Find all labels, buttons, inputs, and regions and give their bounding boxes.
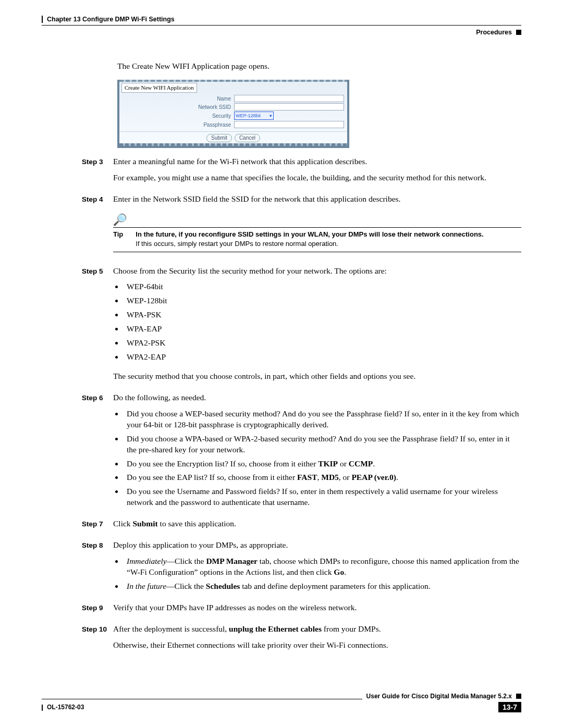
chapter-title: Chapter 13 Configure DMP Wi-Fi Settings: [47, 16, 175, 23]
label-name: Name: [123, 95, 232, 103]
wifi-form-screenshot: Create New WIFI Application Name Network…: [117, 80, 349, 147]
section-header: Procedures: [42, 25, 521, 36]
select-security[interactable]: WEP-128bit ▾: [234, 112, 274, 120]
step-6-label: Step 6: [82, 392, 113, 513]
step-3-p2: For example, you might use a name that s…: [113, 172, 521, 183]
tip-block: 🔍 Tip In the future, if you reconfigure …: [113, 214, 521, 252]
step-4-p1: Enter in the Network SSID field the SSID…: [113, 194, 521, 205]
step-6-p1: Do the following, as needed.: [113, 392, 521, 403]
tip-icon: 🔍: [113, 214, 127, 226]
field-name[interactable]: [234, 95, 344, 102]
label-passphrase: Passphrase: [123, 121, 232, 129]
tip-plain: If this occurs, simply restart your DMPs…: [136, 240, 338, 248]
list-item: WPA-PSK: [124, 310, 521, 320]
step-5-p2: The security method that you choose cont…: [113, 371, 521, 382]
list-item: Did you choose a WEP-based security meth…: [124, 409, 521, 430]
section-name: Procedures: [476, 29, 512, 36]
step-9-label: Step 9: [82, 602, 113, 619]
intro-text: The Create New WIFI Application page ope…: [117, 61, 521, 72]
label-ssid: Network SSID: [123, 104, 232, 111]
page-footer: User Guide for Cisco Digital Media Manag…: [42, 693, 521, 712]
cancel-button[interactable]: Cancel: [235, 134, 260, 142]
list-item: Do you see the Encryption list? If so, c…: [124, 459, 521, 470]
list-item: In the future—Click the Schedules tab an…: [124, 581, 521, 592]
list-item: WPA-EAP: [124, 324, 521, 335]
tip-label: Tip: [113, 230, 123, 248]
label-security: Security: [123, 113, 232, 120]
list-item: Do you see the Username and Password fie…: [124, 486, 521, 508]
step-6-list: Did you choose a WEP-based security meth…: [113, 409, 521, 508]
section-marker-icon: [516, 30, 521, 35]
footer-marker-icon: [516, 694, 521, 699]
list-item: WEP-64bit: [124, 281, 521, 292]
security-options-list: WEP-64bit WEP-128bit WPA-PSK WPA-EAP WPA…: [113, 281, 521, 363]
page-number: 13-7: [498, 702, 521, 712]
step-5-p1: Choose from the Security list the securi…: [113, 266, 521, 277]
submit-button[interactable]: Submit: [206, 134, 232, 142]
step-5-label: Step 5: [82, 266, 113, 387]
step-4-label: Step 4: [82, 194, 113, 256]
step-10-p1: After the deployment is successful, unpl…: [113, 624, 521, 635]
step-9-p1: Verify that your DMPs have IP addresses …: [113, 602, 521, 613]
field-passphrase[interactable]: [234, 121, 344, 128]
chevron-down-icon: ▾: [270, 113, 272, 119]
list-item: WPA2-PSK: [124, 338, 521, 349]
list-item: Immediately—Click the DMP Manager tab, c…: [124, 556, 521, 578]
step-7-text: Click Submit to save this application.: [113, 519, 521, 529]
list-item: Do you see the EAP list? If so, choose f…: [124, 472, 521, 483]
field-ssid[interactable]: [234, 103, 344, 110]
step-3-p1: Enter a meaningful name for the Wi-Fi ne…: [113, 156, 521, 167]
list-item: WEP-128bit: [124, 295, 521, 306]
chapter-header: Chapter 13 Configure DMP Wi-Fi Settings: [42, 16, 521, 23]
step-3-label: Step 3: [82, 156, 113, 189]
doc-id: OL-15762-03: [47, 704, 84, 711]
step-8-list: Immediately—Click the DMP Manager tab, c…: [113, 556, 521, 592]
step-10-p2: Otherwise, their Ethernet connections wi…: [113, 640, 521, 651]
list-item: WPA2-EAP: [124, 352, 521, 363]
step-10-label: Step 10: [82, 624, 113, 656]
step-7-label: Step 7: [82, 519, 113, 535]
step-8-label: Step 8: [82, 540, 113, 597]
tip-bold: In the future, if you reconfigure SSID s…: [136, 230, 483, 238]
guide-title: User Guide for Cisco Digital Media Manag…: [366, 693, 512, 700]
step-8-p1: Deploy this application to your DMPs, as…: [113, 540, 521, 551]
list-item: Did you choose a WPA-based or WPA-2-base…: [124, 434, 521, 455]
form-tab-title: Create New WIFI Application: [121, 83, 197, 93]
